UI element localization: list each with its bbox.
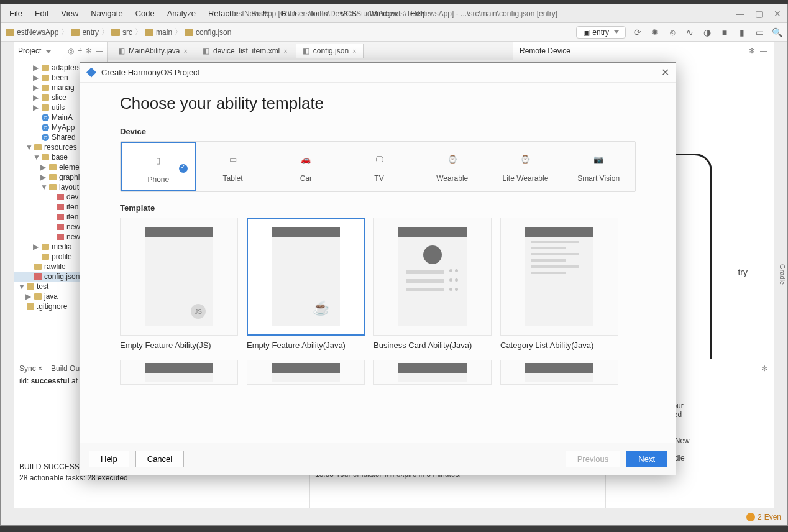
menu-window[interactable]: Window (364, 6, 403, 21)
tree-item-label: graphi (59, 173, 80, 181)
device-option-phone[interactable]: ▯Phone (121, 142, 196, 191)
tree-item-label: MainA (52, 113, 73, 122)
menu-help[interactable]: Help (405, 6, 432, 21)
close-icon[interactable]: ✕ (661, 66, 669, 78)
folder-icon (34, 264, 42, 270)
folder-icon[interactable]: ▮ (736, 27, 748, 38)
menu-refactor[interactable]: Refactor (203, 6, 244, 21)
menu-vcs[interactable]: VCS (335, 6, 362, 21)
menu-analyze[interactable]: Analyze (162, 6, 201, 21)
template-option[interactable] (120, 360, 238, 385)
template-option[interactable] (373, 360, 492, 385)
lite-wearable-icon: ⌚ (516, 150, 534, 168)
help-button[interactable]: Help (89, 451, 129, 467)
close-tab-icon[interactable]: × (283, 47, 287, 55)
editor-tabs: ◧MainAbility.java×◧device_list_item.xml×… (108, 42, 513, 60)
coverage-icon[interactable]: ◑ (702, 27, 713, 38)
template-option[interactable]: ☕Empty Feature Ability(Java) (247, 218, 365, 350)
editor-tab[interactable]: ◧MainAbility.java× (111, 44, 195, 58)
gear-icon[interactable]: ✻ (749, 47, 755, 55)
menu-build[interactable]: Build (246, 6, 274, 21)
device-option-tablet[interactable]: ▭Tablet (196, 142, 270, 191)
folder-icon (42, 94, 49, 101)
breadcrumb-item[interactable]: entry (82, 28, 99, 37)
device-option-wearable[interactable]: ⌚Wearable (416, 142, 489, 191)
template-option[interactable] (500, 360, 618, 385)
bug-icon[interactable]: ✺ (649, 27, 661, 38)
attach-icon[interactable]: ⎋ (667, 27, 678, 38)
template-card (373, 218, 492, 336)
breadcrumb-item[interactable]: main (156, 28, 172, 37)
chevron-right-icon: ▶ (40, 163, 47, 172)
minimize-icon[interactable]: — (760, 47, 767, 55)
device-label: Lite Wearable (503, 174, 549, 183)
editor-tab[interactable]: ◧config.json× (296, 44, 364, 58)
run-config-selector[interactable]: ▣ entry (576, 26, 626, 39)
menu-edit[interactable]: Edit (30, 6, 53, 21)
device-option-car[interactable]: 🚗Car (269, 142, 342, 191)
refresh-icon[interactable]: ⟳ (632, 27, 643, 38)
next-button[interactable]: Next (626, 451, 667, 467)
tv-icon: 🖵 (370, 150, 388, 168)
split-icon[interactable]: ÷ (78, 47, 82, 55)
breadcrumb-item[interactable]: src (122, 28, 132, 37)
search-icon[interactable]: 🔍 (771, 27, 782, 38)
toolbar: ▣ entry ⟳ ✺ ⎋ ∿ ◑ ■ ▮ ▭ 🔍 (576, 26, 782, 39)
menu-file[interactable]: File (4, 6, 27, 21)
project-pane-title[interactable]: Project (18, 47, 51, 55)
close-tab-icon[interactable]: × (352, 47, 356, 55)
titlebar: FileEditViewNavigateCodeAnalyzeRefactorB… (1, 4, 787, 23)
template-option[interactable]: Category List Ability(Java) (500, 218, 618, 350)
target-icon[interactable]: ◎ (68, 47, 74, 55)
tree-item-label: dev (66, 193, 78, 201)
chevron-down-icon: ▼ (40, 183, 47, 191)
close-icon[interactable]: ✕ (771, 9, 784, 19)
file-icon (57, 234, 64, 240)
phone-icon: ▯ (150, 152, 167, 169)
folder-icon (49, 184, 57, 190)
gear-icon[interactable]: ✻ (86, 47, 92, 55)
gradle-tab[interactable]: Gradle (779, 264, 786, 285)
template-option[interactable]: JSEmpty Feature Ability(JS) (120, 218, 238, 350)
template-card (500, 218, 618, 336)
menu-navigate[interactable]: Navigate (86, 6, 127, 21)
device-option-smart-vision[interactable]: 📷Smart Vision (562, 142, 635, 191)
layout-icon[interactable]: ▭ (754, 27, 765, 38)
menu-tools[interactable]: Tools (304, 6, 332, 21)
maximize-icon[interactable]: ▢ (753, 9, 765, 19)
menu-code[interactable]: Code (131, 6, 160, 21)
event-indicator[interactable]: 2 Even (746, 513, 781, 521)
dialog-footer: Help Cancel Previous Next (80, 443, 676, 475)
cancel-button[interactable]: Cancel (135, 451, 184, 467)
menu-view[interactable]: View (56, 6, 83, 21)
collapse-icon[interactable]: — (96, 47, 103, 55)
tree-item-label: config.json (44, 272, 80, 281)
event-label: Even (764, 513, 781, 521)
folder-icon (145, 29, 153, 36)
check-icon (179, 164, 188, 173)
gear-icon[interactable]: ✻ (761, 364, 767, 373)
device-label: Wearable (436, 174, 468, 183)
editor-tab[interactable]: ◧device_list_item.xml× (196, 44, 295, 58)
breadcrumb-item[interactable]: config.json (196, 28, 231, 37)
menubar: FileEditViewNavigateCodeAnalyzeRefactorB… (4, 6, 432, 21)
device-option-tv[interactable]: 🖵TV (342, 142, 416, 191)
file-icon (34, 273, 42, 280)
template-option[interactable]: Business Card Ability(Java) (373, 218, 492, 350)
chevron-right-icon: ▶ (40, 173, 47, 181)
event-count: 2 (758, 513, 762, 521)
breadcrumb-item[interactable]: estNewsApp (17, 28, 58, 37)
previous-button[interactable]: Previous (566, 451, 621, 467)
close-tab-icon[interactable]: × (183, 47, 187, 55)
sync-tab[interactable]: Sync × (19, 364, 42, 373)
chevron-right-icon: ▶ (33, 103, 39, 112)
profiler-icon[interactable]: ∿ (684, 27, 695, 38)
folder-icon (42, 104, 49, 111)
template-card: JS (120, 218, 238, 336)
navbar: estNewsApp〉entry〉src〉main〉config.json ▣ … (1, 23, 787, 42)
minimize-icon[interactable]: — (734, 9, 746, 19)
stop-icon[interactable]: ■ (719, 27, 730, 38)
template-option[interactable] (247, 360, 365, 385)
device-option-lite-wearable[interactable]: ⌚Lite Wearable (489, 142, 562, 191)
menu-run[interactable]: Run (277, 6, 301, 21)
